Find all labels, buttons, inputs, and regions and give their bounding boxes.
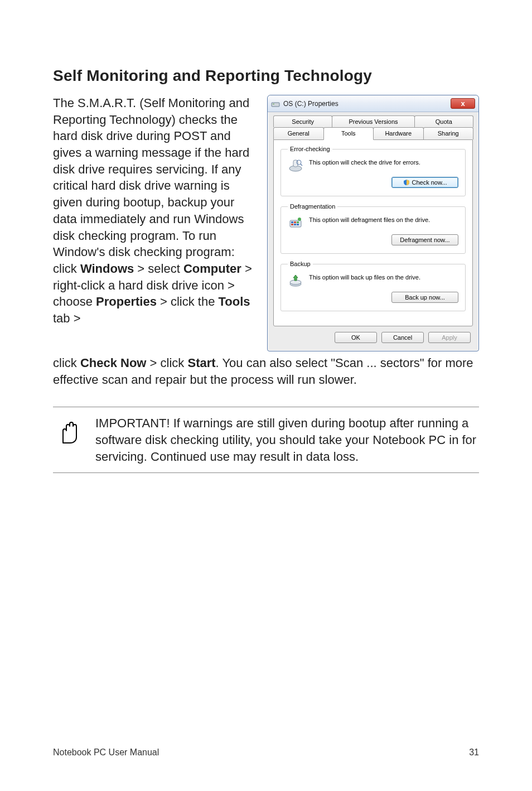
properties-keyword: Properties — [96, 295, 157, 308]
tab-previous-versions[interactable]: Previous Versions — [332, 115, 414, 127]
error-check-desc: This option will check the drive for err… — [309, 158, 458, 166]
error-check-icon — [288, 158, 303, 172]
section-heading: Self Monitoring and Reporting Technology — [53, 67, 479, 85]
start-keyword: Start — [187, 356, 215, 370]
apply-button[interactable]: Apply — [428, 332, 471, 343]
tab-body-tools: Error-checking This option will check th… — [273, 139, 473, 326]
svg-rect-1 — [273, 104, 274, 104]
shield-icon — [403, 179, 410, 186]
important-note: IMPORTANT! If warnings are still given d… — [53, 407, 479, 473]
intro-paragraph: The S.M.A.R.T. (Self Monitoring and Repo… — [53, 95, 257, 351]
dialog-button-row: OK Cancel Apply — [268, 332, 478, 351]
tab-strip: Security Previous Versions Quota General… — [268, 112, 478, 139]
backup-now-button[interactable]: Back up now... — [391, 292, 458, 303]
svg-point-13 — [298, 218, 301, 221]
check-now-label: Check now... — [412, 179, 447, 186]
svg-rect-9 — [297, 221, 299, 223]
footer-manual-title: Notebook PC User Manual — [53, 747, 159, 758]
intro-sep-3: > click the — [157, 295, 219, 308]
svg-rect-0 — [272, 103, 279, 107]
footer-page-number: 31 — [469, 747, 479, 758]
backup-desc: This option will back up files on the dr… — [309, 273, 458, 281]
intro-text-1: The S.M.A.R.T. (Self Monitoring and Repo… — [53, 96, 249, 276]
tab-general[interactable]: General — [273, 127, 324, 139]
after-text-2: > click — [146, 356, 187, 370]
drive-icon — [271, 100, 280, 108]
tab-security[interactable]: Security — [273, 115, 332, 127]
computer-keyword: Computer — [183, 262, 241, 276]
svg-rect-8 — [294, 221, 296, 223]
tab-sharing[interactable]: Sharing — [423, 127, 474, 139]
cancel-button[interactable]: Cancel — [381, 332, 424, 343]
svg-rect-10 — [291, 224, 293, 225]
ok-button[interactable]: OK — [335, 332, 377, 343]
two-column-layout: The S.M.A.R.T. (Self Monitoring and Repo… — [53, 95, 479, 351]
svg-rect-12 — [297, 224, 299, 225]
defragment-desc: This option will defragment files on the… — [309, 215, 458, 223]
windows-keyword: Windows — [80, 262, 134, 276]
intro-sep-4: tab > — [53, 311, 81, 325]
check-now-button[interactable]: Check now... — [391, 177, 458, 188]
tab-row-back: Security Previous Versions Quota — [273, 115, 473, 127]
hand-icon — [53, 415, 82, 465]
close-button[interactable]: x — [451, 98, 475, 109]
svg-line-5 — [301, 164, 302, 166]
continuation-paragraph: click Check Now > click Start. You can a… — [53, 355, 479, 388]
dialog-titlebar: OS (C:) Properties x — [268, 95, 478, 112]
svg-rect-11 — [294, 224, 296, 225]
tools-keyword: Tools — [219, 295, 250, 308]
error-checking-legend: Error-checking — [288, 146, 332, 152]
document-page: Self Monitoring and Reporting Technology… — [0, 0, 532, 791]
tab-tools[interactable]: Tools — [323, 127, 374, 140]
tab-hardware[interactable]: Hardware — [373, 127, 424, 139]
defragment-now-button[interactable]: Defragment now... — [391, 234, 458, 245]
defragmentation-legend: Defragmentation — [288, 203, 337, 210]
intro-sep-1: > select — [134, 262, 183, 276]
tab-row-front: General Tools Hardware Sharing — [273, 127, 473, 139]
error-checking-group: Error-checking This option will check th… — [280, 146, 466, 196]
backup-legend: Backup — [288, 261, 313, 267]
backup-icon — [288, 273, 303, 287]
defragment-icon — [288, 215, 303, 230]
page-footer: Notebook PC User Manual 31 — [53, 747, 479, 758]
tab-quota[interactable]: Quota — [414, 115, 473, 127]
dialog-title: OS (C:) Properties — [283, 100, 338, 108]
properties-dialog: OS (C:) Properties x Security Previous V… — [267, 95, 479, 351]
after-text-1: click — [53, 356, 80, 370]
defragmentation-group: Defragmentation This option will defragm… — [280, 203, 466, 254]
check-now-keyword: Check Now — [80, 356, 147, 370]
backup-group: Backup This option will back up files on… — [280, 261, 466, 311]
important-note-text: IMPORTANT! If warnings are still given d… — [95, 415, 479, 465]
svg-rect-7 — [291, 221, 293, 223]
close-icon: x — [461, 100, 465, 107]
properties-dialog-figure: OS (C:) Properties x Security Previous V… — [267, 95, 479, 351]
